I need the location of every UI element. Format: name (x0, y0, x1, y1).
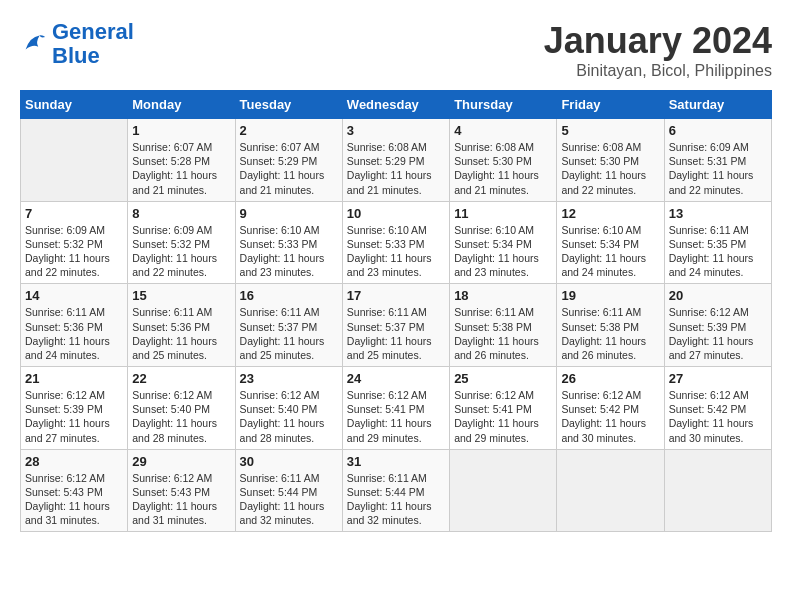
calendar-cell: 9Sunrise: 6:10 AMSunset: 5:33 PMDaylight… (235, 201, 342, 284)
day-number: 3 (347, 123, 445, 138)
day-content: Sunrise: 6:12 AMSunset: 5:42 PMDaylight:… (561, 388, 659, 445)
day-number: 12 (561, 206, 659, 221)
calendar-cell: 20Sunrise: 6:12 AMSunset: 5:39 PMDayligh… (664, 284, 771, 367)
day-content: Sunrise: 6:11 AMSunset: 5:38 PMDaylight:… (561, 305, 659, 362)
day-content: Sunrise: 6:12 AMSunset: 5:42 PMDaylight:… (669, 388, 767, 445)
day-number: 4 (454, 123, 552, 138)
day-number: 29 (132, 454, 230, 469)
header-cell-tuesday: Tuesday (235, 91, 342, 119)
day-content: Sunrise: 6:11 AMSunset: 5:44 PMDaylight:… (240, 471, 338, 528)
day-content: Sunrise: 6:12 AMSunset: 5:41 PMDaylight:… (454, 388, 552, 445)
header-cell-friday: Friday (557, 91, 664, 119)
logo-text: General Blue (52, 20, 134, 68)
calendar-cell: 24Sunrise: 6:12 AMSunset: 5:41 PMDayligh… (342, 367, 449, 450)
day-content: Sunrise: 6:12 AMSunset: 5:43 PMDaylight:… (132, 471, 230, 528)
day-content: Sunrise: 6:09 AMSunset: 5:32 PMDaylight:… (132, 223, 230, 280)
calendar-cell: 28Sunrise: 6:12 AMSunset: 5:43 PMDayligh… (21, 449, 128, 532)
logo: General Blue (20, 20, 134, 68)
day-number: 28 (25, 454, 123, 469)
day-number: 22 (132, 371, 230, 386)
calendar-header: SundayMondayTuesdayWednesdayThursdayFrid… (21, 91, 772, 119)
day-content: Sunrise: 6:10 AMSunset: 5:34 PMDaylight:… (561, 223, 659, 280)
day-content: Sunrise: 6:12 AMSunset: 5:43 PMDaylight:… (25, 471, 123, 528)
calendar-cell: 21Sunrise: 6:12 AMSunset: 5:39 PMDayligh… (21, 367, 128, 450)
week-row-5: 28Sunrise: 6:12 AMSunset: 5:43 PMDayligh… (21, 449, 772, 532)
day-number: 18 (454, 288, 552, 303)
calendar-cell: 3Sunrise: 6:08 AMSunset: 5:29 PMDaylight… (342, 119, 449, 202)
page-header: General Blue January 2024 Binitayan, Bic… (20, 20, 772, 80)
calendar-cell: 7Sunrise: 6:09 AMSunset: 5:32 PMDaylight… (21, 201, 128, 284)
day-content: Sunrise: 6:11 AMSunset: 5:35 PMDaylight:… (669, 223, 767, 280)
week-row-2: 7Sunrise: 6:09 AMSunset: 5:32 PMDaylight… (21, 201, 772, 284)
day-number: 2 (240, 123, 338, 138)
day-content: Sunrise: 6:07 AMSunset: 5:28 PMDaylight:… (132, 140, 230, 197)
day-content: Sunrise: 6:12 AMSunset: 5:40 PMDaylight:… (240, 388, 338, 445)
day-number: 13 (669, 206, 767, 221)
calendar-cell: 10Sunrise: 6:10 AMSunset: 5:33 PMDayligh… (342, 201, 449, 284)
day-number: 9 (240, 206, 338, 221)
header-cell-sunday: Sunday (21, 91, 128, 119)
day-content: Sunrise: 6:11 AMSunset: 5:38 PMDaylight:… (454, 305, 552, 362)
calendar-cell: 11Sunrise: 6:10 AMSunset: 5:34 PMDayligh… (450, 201, 557, 284)
logo-bird-icon (20, 30, 48, 58)
day-number: 10 (347, 206, 445, 221)
day-number: 1 (132, 123, 230, 138)
calendar-cell: 13Sunrise: 6:11 AMSunset: 5:35 PMDayligh… (664, 201, 771, 284)
calendar-cell: 8Sunrise: 6:09 AMSunset: 5:32 PMDaylight… (128, 201, 235, 284)
calendar-cell: 12Sunrise: 6:10 AMSunset: 5:34 PMDayligh… (557, 201, 664, 284)
day-number: 25 (454, 371, 552, 386)
calendar-cell: 18Sunrise: 6:11 AMSunset: 5:38 PMDayligh… (450, 284, 557, 367)
calendar-cell (21, 119, 128, 202)
week-row-3: 14Sunrise: 6:11 AMSunset: 5:36 PMDayligh… (21, 284, 772, 367)
day-content: Sunrise: 6:11 AMSunset: 5:37 PMDaylight:… (240, 305, 338, 362)
day-number: 31 (347, 454, 445, 469)
calendar-cell: 5Sunrise: 6:08 AMSunset: 5:30 PMDaylight… (557, 119, 664, 202)
day-number: 17 (347, 288, 445, 303)
calendar-cell: 31Sunrise: 6:11 AMSunset: 5:44 PMDayligh… (342, 449, 449, 532)
calendar-title: January 2024 (544, 20, 772, 62)
calendar-cell (664, 449, 771, 532)
day-content: Sunrise: 6:11 AMSunset: 5:37 PMDaylight:… (347, 305, 445, 362)
calendar-cell: 25Sunrise: 6:12 AMSunset: 5:41 PMDayligh… (450, 367, 557, 450)
calendar-cell (450, 449, 557, 532)
calendar-body: 1Sunrise: 6:07 AMSunset: 5:28 PMDaylight… (21, 119, 772, 532)
day-number: 26 (561, 371, 659, 386)
day-number: 21 (25, 371, 123, 386)
calendar-cell: 14Sunrise: 6:11 AMSunset: 5:36 PMDayligh… (21, 284, 128, 367)
day-content: Sunrise: 6:10 AMSunset: 5:34 PMDaylight:… (454, 223, 552, 280)
day-content: Sunrise: 6:12 AMSunset: 5:41 PMDaylight:… (347, 388, 445, 445)
calendar-cell: 30Sunrise: 6:11 AMSunset: 5:44 PMDayligh… (235, 449, 342, 532)
calendar-cell: 26Sunrise: 6:12 AMSunset: 5:42 PMDayligh… (557, 367, 664, 450)
header-cell-monday: Monday (128, 91, 235, 119)
day-number: 11 (454, 206, 552, 221)
title-section: January 2024 Binitayan, Bicol, Philippin… (544, 20, 772, 80)
day-number: 19 (561, 288, 659, 303)
day-number: 20 (669, 288, 767, 303)
header-cell-saturday: Saturday (664, 91, 771, 119)
calendar-cell: 4Sunrise: 6:08 AMSunset: 5:30 PMDaylight… (450, 119, 557, 202)
day-content: Sunrise: 6:09 AMSunset: 5:32 PMDaylight:… (25, 223, 123, 280)
day-number: 6 (669, 123, 767, 138)
day-content: Sunrise: 6:12 AMSunset: 5:39 PMDaylight:… (669, 305, 767, 362)
day-content: Sunrise: 6:11 AMSunset: 5:36 PMDaylight:… (25, 305, 123, 362)
calendar-cell: 22Sunrise: 6:12 AMSunset: 5:40 PMDayligh… (128, 367, 235, 450)
calendar-cell: 1Sunrise: 6:07 AMSunset: 5:28 PMDaylight… (128, 119, 235, 202)
calendar-cell: 2Sunrise: 6:07 AMSunset: 5:29 PMDaylight… (235, 119, 342, 202)
day-content: Sunrise: 6:07 AMSunset: 5:29 PMDaylight:… (240, 140, 338, 197)
day-content: Sunrise: 6:10 AMSunset: 5:33 PMDaylight:… (347, 223, 445, 280)
day-number: 24 (347, 371, 445, 386)
day-content: Sunrise: 6:09 AMSunset: 5:31 PMDaylight:… (669, 140, 767, 197)
day-number: 15 (132, 288, 230, 303)
calendar-table: SundayMondayTuesdayWednesdayThursdayFrid… (20, 90, 772, 532)
calendar-cell: 27Sunrise: 6:12 AMSunset: 5:42 PMDayligh… (664, 367, 771, 450)
day-content: Sunrise: 6:12 AMSunset: 5:40 PMDaylight:… (132, 388, 230, 445)
calendar-cell: 17Sunrise: 6:11 AMSunset: 5:37 PMDayligh… (342, 284, 449, 367)
calendar-cell: 15Sunrise: 6:11 AMSunset: 5:36 PMDayligh… (128, 284, 235, 367)
day-content: Sunrise: 6:10 AMSunset: 5:33 PMDaylight:… (240, 223, 338, 280)
day-number: 7 (25, 206, 123, 221)
week-row-4: 21Sunrise: 6:12 AMSunset: 5:39 PMDayligh… (21, 367, 772, 450)
day-content: Sunrise: 6:11 AMSunset: 5:36 PMDaylight:… (132, 305, 230, 362)
day-content: Sunrise: 6:12 AMSunset: 5:39 PMDaylight:… (25, 388, 123, 445)
day-content: Sunrise: 6:08 AMSunset: 5:30 PMDaylight:… (454, 140, 552, 197)
calendar-cell: 16Sunrise: 6:11 AMSunset: 5:37 PMDayligh… (235, 284, 342, 367)
